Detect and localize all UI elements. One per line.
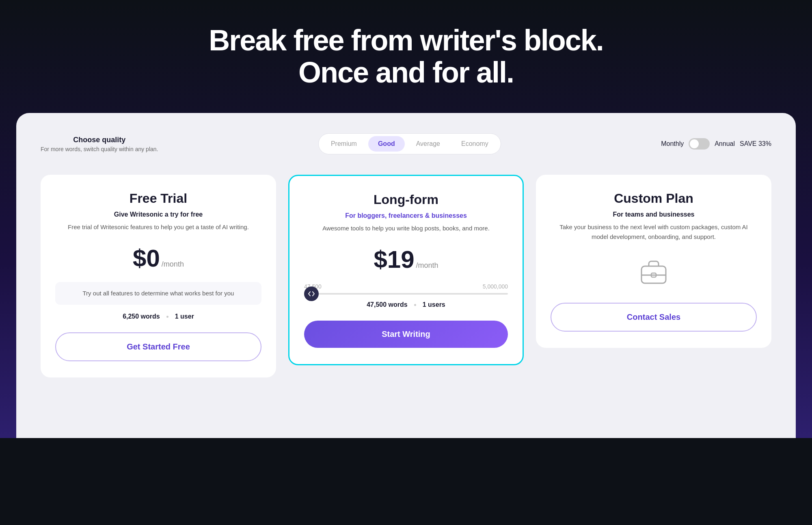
slider-container: 47,500 5,000,000 — [304, 283, 508, 295]
price-display-long-form: $19 /month — [304, 245, 508, 273]
contact-sales-button[interactable]: Contact Sales — [551, 303, 757, 332]
users-free-trial: 1 user — [175, 313, 194, 320]
plan-card-free-trial: Free Trial Give Writesonic a try for fre… — [41, 175, 276, 377]
plan-name-custom: Custom Plan — [551, 191, 757, 206]
controls-bar: Choose quality For more words, switch qu… — [41, 133, 771, 154]
quality-option-premium[interactable]: Premium — [321, 136, 367, 152]
hero-section: Break free from writer's block. Once and… — [0, 0, 812, 438]
plan-description-long-form: Awesome tools to help you write blog pos… — [304, 223, 508, 233]
slider-labels: 47,500 5,000,000 — [304, 283, 508, 290]
plan-name-long-form: Long-form — [304, 192, 508, 207]
plan-tagline-custom: For teams and businesses — [551, 211, 757, 218]
slider-thumb[interactable] — [304, 286, 319, 301]
save-badge: SAVE 33% — [740, 140, 771, 148]
briefcase-icon — [637, 254, 670, 286]
words-count-row-free-trial: 6,250 words 1 user — [55, 313, 261, 320]
hero-title: Break free from writer's block. Once and… — [16, 24, 796, 89]
quality-option-average[interactable]: Average — [406, 136, 450, 152]
price-period-free-trial: /month — [162, 260, 184, 269]
price-period-long-form: /month — [416, 261, 438, 270]
price-display-free-trial: $0 /month — [55, 244, 261, 272]
quality-options: Premium Good Average Economy — [318, 133, 501, 154]
quality-option-economy[interactable]: Economy — [451, 136, 498, 152]
plan-card-long-form: Long-form For bloggers, freelancers & bu… — [288, 175, 524, 365]
billing-toggle: Monthly Annual SAVE 33% — [661, 138, 771, 150]
get-started-free-button[interactable]: Get Started Free — [55, 332, 261, 361]
quality-label: Choose quality For more words, switch qu… — [41, 136, 158, 152]
slider-track[interactable] — [304, 293, 508, 295]
pricing-container: Choose quality For more words, switch qu… — [16, 113, 796, 438]
words-info-box-free-trial: Try out all features to determine what w… — [55, 282, 261, 305]
plan-description-custom: Take your business to the next level wit… — [551, 222, 757, 242]
plan-tagline-free-trial: Give Writesonic a try for free — [55, 211, 261, 218]
quality-option-good[interactable]: Good — [368, 136, 405, 152]
words-count-long-form: 47,500 words — [367, 301, 408, 308]
users-long-form: 1 users — [423, 301, 445, 308]
plan-tagline-long-form: For bloggers, freelancers & businesses — [304, 212, 508, 219]
divider-dot-2 — [414, 304, 416, 306]
divider-dot — [166, 316, 168, 318]
price-amount-free-trial: $0 — [133, 244, 160, 272]
plan-description-free-trial: Free trial of Writesonic features to hel… — [55, 222, 261, 232]
price-amount-long-form: $19 — [374, 245, 414, 273]
start-writing-button[interactable]: Start Writing — [304, 321, 508, 348]
plans-grid: Free Trial Give Writesonic a try for fre… — [41, 175, 771, 377]
billing-toggle-switch[interactable] — [689, 138, 710, 150]
words-count-free-trial: 6,250 words — [123, 313, 160, 320]
plan-name-free-trial: Free Trial — [55, 191, 261, 206]
slider-max-label: 5,000,000 — [483, 283, 508, 290]
plan-card-custom: Custom Plan For teams and businesses Tak… — [536, 175, 771, 348]
words-count-row-long-form: 47,500 words 1 users — [304, 301, 508, 308]
